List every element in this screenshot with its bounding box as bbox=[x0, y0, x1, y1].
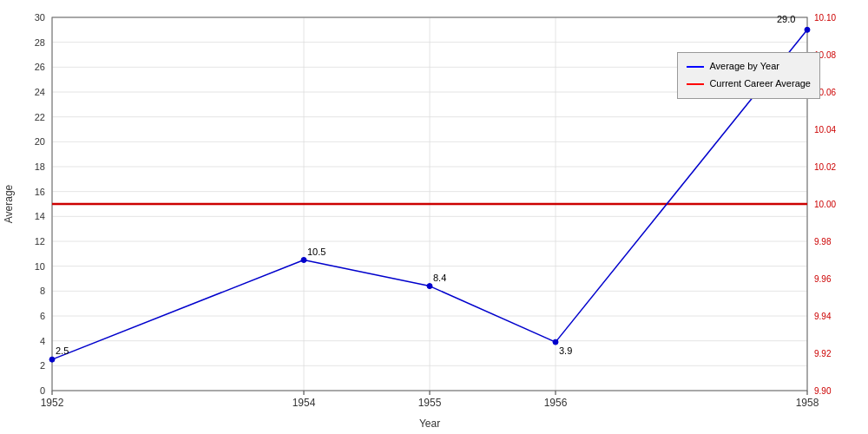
legend-box: Average by Year Current Career Average bbox=[677, 52, 820, 99]
svg-text:10.10: 10.10 bbox=[814, 13, 836, 23]
svg-text:14: 14 bbox=[35, 211, 45, 221]
legend-avg-by-year: Average by Year bbox=[687, 58, 811, 76]
svg-text:30: 30 bbox=[35, 12, 45, 23]
svg-text:1956: 1956 bbox=[544, 397, 568, 409]
svg-text:28: 28 bbox=[35, 37, 45, 48]
svg-point-71 bbox=[553, 339, 558, 345]
svg-point-65 bbox=[49, 357, 55, 362]
svg-text:2.5: 2.5 bbox=[56, 345, 69, 356]
chart-container: 0246810121416182022242628309.909.929.949… bbox=[0, 0, 868, 434]
svg-point-73 bbox=[805, 27, 810, 32]
svg-text:10: 10 bbox=[35, 261, 45, 272]
svg-text:1952: 1952 bbox=[41, 397, 64, 409]
svg-text:2: 2 bbox=[40, 360, 45, 371]
svg-text:8.4: 8.4 bbox=[433, 273, 446, 283]
svg-text:26: 26 bbox=[35, 62, 45, 72]
svg-text:1954: 1954 bbox=[293, 397, 316, 409]
svg-text:4: 4 bbox=[40, 336, 45, 346]
svg-text:9.94: 9.94 bbox=[814, 312, 832, 321]
legend-career-label: Current Career Average bbox=[709, 76, 811, 93]
svg-text:6: 6 bbox=[40, 311, 45, 321]
svg-text:18: 18 bbox=[35, 161, 45, 172]
svg-text:Year: Year bbox=[419, 418, 440, 430]
svg-text:20: 20 bbox=[35, 136, 45, 147]
legend-career-avg: Current Career Average bbox=[687, 76, 811, 93]
svg-text:29.0: 29.0 bbox=[777, 14, 795, 24]
svg-text:9.90: 9.90 bbox=[814, 386, 832, 396]
svg-text:9.96: 9.96 bbox=[814, 274, 832, 284]
svg-text:8: 8 bbox=[40, 286, 45, 296]
svg-text:Average: Average bbox=[3, 184, 15, 223]
svg-text:10.04: 10.04 bbox=[814, 125, 836, 135]
svg-text:3.9: 3.9 bbox=[559, 345, 572, 356]
svg-text:1958: 1958 bbox=[796, 397, 819, 409]
svg-text:9.98: 9.98 bbox=[814, 237, 832, 247]
svg-text:10.5: 10.5 bbox=[307, 247, 326, 257]
svg-text:1955: 1955 bbox=[418, 397, 442, 409]
svg-text:10.00: 10.00 bbox=[814, 200, 836, 209]
svg-text:16: 16 bbox=[35, 187, 45, 197]
svg-text:10.02: 10.02 bbox=[814, 162, 836, 172]
svg-point-69 bbox=[427, 284, 432, 289]
legend-avg-label: Average by Year bbox=[709, 58, 779, 76]
svg-text:24: 24 bbox=[35, 87, 45, 97]
svg-text:9.92: 9.92 bbox=[814, 349, 832, 358]
svg-text:12: 12 bbox=[35, 236, 45, 247]
svg-point-67 bbox=[301, 258, 306, 263]
svg-text:22: 22 bbox=[35, 112, 45, 122]
svg-text:0: 0 bbox=[40, 385, 45, 396]
